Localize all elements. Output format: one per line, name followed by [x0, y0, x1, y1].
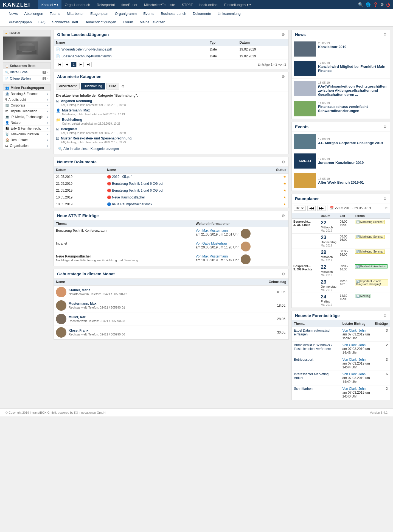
top-nav-item-einstellungen[interactable]: Einstellungen ▾ [221, 0, 254, 9]
forum-thema-2[interactable]: Anmeldebild in Windows 7 lässt sich nich… [292, 342, 340, 356]
search-icon[interactable]: 🔍 [358, 2, 363, 7]
neue-stp-gear[interactable]: ⚙ [282, 214, 285, 218]
stp-person-3[interactable]: Von Max Mustermann [196, 254, 228, 258]
nav-dokumente[interactable]: Dokumente [189, 9, 214, 18]
pg-arbeitsrecht[interactable]: §Arbeitsrecht » [3, 97, 50, 103]
top-nav-item-reise[interactable]: Reiseportal [93, 0, 118, 9]
tab-buero[interactable]: Büro [106, 83, 119, 89]
bday-name-1[interactable]: Krämer, Maria [69, 288, 90, 292]
nav-etagenplan[interactable]: Etagenplan [87, 9, 112, 18]
bday-name-2[interactable]: Mustermann, Max [69, 302, 96, 306]
forum-person-3[interactable]: Von Clark, John [343, 358, 366, 362]
neueste-dokumente-gear[interactable]: ⚙ [282, 160, 285, 164]
nav-news[interactable]: News [5, 9, 21, 18]
top-nav-item-mitarbeiter[interactable]: Mitarbeiter/Tel-Liste [141, 0, 178, 9]
help-icon[interactable]: ❓ [373, 2, 378, 7]
top-nav-item-beck[interactable]: beck-online [196, 0, 221, 9]
raumplaner-prev-btn[interactable]: ◀◀ [307, 206, 316, 211]
cat-tab-gear[interactable]: ⚙ [121, 84, 125, 88]
doc-name[interactable]: 🔴 Neue Raumpostfächer [105, 194, 253, 201]
forum-person-4[interactable]: Von Clark, John [343, 372, 366, 376]
forum-person-1[interactable]: Von Clark, John [343, 329, 366, 332]
top-nav-item-kanzlei[interactable]: Kanzlei ▾ [38, 0, 61, 9]
raumplaner-refresh-icon[interactable]: ↺ [385, 206, 388, 210]
doc-name[interactable]: 🔴 Benutzung Technik 1 und 6 OG.pdf [105, 180, 253, 187]
kanzlei-image[interactable] [3, 37, 50, 60]
cat-item-title-3[interactable]: Buchhaltung [62, 118, 120, 122]
power-icon[interactable]: ⏻ [386, 2, 390, 7]
row-name[interactable]: 📄Widerrufsbelehrung-Neukunde.pdf [54, 46, 208, 53]
pag-page-1[interactable]: 1 [71, 62, 77, 67]
forum-thema-4[interactable]: Interessanter Marketing Artikel [292, 371, 340, 385]
stp-person-2[interactable]: Von Gaby Musterfrau [196, 242, 227, 245]
nav-mitarbeiter[interactable]: Mitarbeiter [63, 9, 87, 18]
nav-abteilungen[interactable]: Abteilungen [21, 9, 47, 18]
nav-forum[interactable]: Forum [119, 18, 136, 26]
gear-icon[interactable]: ⚙ [380, 2, 384, 7]
bday-name-4[interactable]: Klose, Frank [69, 329, 88, 332]
forum-thema-1[interactable]: Excel Datum automatisch eintragen [292, 327, 340, 342]
pg-banking[interactable]: 🏦Banking & Finance » [3, 91, 50, 97]
forum-thema-5[interactable]: Schriftfarben [292, 385, 340, 400]
stp-person-1[interactable]: Von Max Mustermann [196, 229, 228, 233]
top-nav-item-time[interactable]: timeButler [118, 0, 141, 9]
nav-praxisgruppen[interactable]: Praxisgruppen [5, 18, 35, 26]
raumplaner-gear[interactable]: ⚙ [383, 197, 387, 201]
pg-dispute[interactable]: ⚖Dispute Resolution » [3, 108, 50, 114]
nav-schwarzes-brett[interactable]: Schwarzes Brett [49, 18, 82, 26]
event-title-1[interactable]: J.P. Morgan Corporate Challenge 2019 [318, 141, 383, 145]
news-title-1[interactable]: Kanzleitour 2019 [318, 45, 346, 49]
nav-linksammlung[interactable]: Linksammlung [214, 9, 244, 18]
pg-erb[interactable]: 👨‍👩‍👧Erb- & Familienrecht » [3, 126, 50, 131]
forum-thema-3[interactable]: Betriebssport [292, 356, 340, 371]
row-name[interactable]: 📄Spesenabrechnung-Kundentermin... [54, 53, 208, 60]
geburtstage-gear[interactable]: ⚙ [282, 272, 285, 276]
forum-gear[interactable]: ⚙ [383, 313, 387, 318]
event-title-3[interactable]: After Work Brunch 2019-01 [318, 180, 364, 184]
cat-item-title-1[interactable]: Angaben Rechnung [61, 99, 126, 103]
tab-buchhaltung[interactable]: Buchhaltung [81, 83, 105, 89]
news-title-2[interactable]: Kanzlei wird Mitglied bei Frankfurt Main… [318, 65, 388, 73]
doc-name[interactable]: 🔴 Benutzung Technik 1 und 6 OG.pdf [105, 187, 253, 194]
pg-notare[interactable]: 👤Notare » [3, 120, 50, 126]
pag-last[interactable]: ▶| [85, 62, 92, 67]
top-nav-item-stp[interactable]: STP/IT [178, 0, 196, 9]
nav-teams[interactable]: Teams [46, 9, 63, 18]
top-nav-item-orga[interactable]: Orga-Handbuch [61, 0, 94, 9]
pg-telekommunikation[interactable]: 📡Telekommunikation » [3, 131, 50, 137]
pg-real-estate[interactable]: 🏠Real Estate » [3, 137, 50, 143]
cat-item-title-2[interactable]: Mustermann, Max [62, 108, 125, 112]
events-gear[interactable]: ⚙ [383, 125, 387, 129]
lesebestatigungen-gear[interactable]: ⚙ [282, 32, 285, 37]
nav-meine-favoriten[interactable]: Meine Favoriten [136, 18, 169, 26]
sidebar-biete-suche[interactable]: 🔍 Biete/Suche 1 » [3, 69, 50, 75]
pag-next[interactable]: ▶ [78, 62, 84, 67]
news-title-3[interactable]: (Un-)Wirksamkeit von Rechtsgeschäften zw… [318, 84, 388, 97]
nav-benachrichtigungen[interactable]: Benachrichtigungen [82, 18, 120, 26]
news-title-4[interactable]: Finanzausschuss vereinfacht Schwarmfinan… [318, 105, 388, 113]
bday-name-3[interactable]: Müller, Karl [69, 315, 86, 319]
nav-organigramm[interactable]: Organigramm [112, 9, 140, 18]
sidebar-offene-stellen[interactable]: 📄 Offene Stellen 1 » [3, 75, 50, 82]
tab-arbeitsrecht[interactable]: Arbeitsrecht [56, 83, 80, 89]
nav-business-lunch[interactable]: Business-Lunch [158, 9, 190, 18]
cat-item-title-4[interactable]: Belegblatt [61, 127, 126, 131]
doc-name[interactable]: 🔴 2019 - 05.pdf [105, 173, 253, 180]
globe-icon[interactable]: 🌐 [366, 2, 371, 7]
forum-person-5[interactable]: Von Clark, John [343, 387, 366, 391]
raumplaner-today-btn[interactable]: Heute [294, 206, 306, 211]
cat-more-link[interactable]: 🔍 Alle Inhalte dieser Kategorie anzeigen [56, 146, 286, 152]
nav-faq[interactable]: FAQ [35, 18, 49, 26]
doc-name[interactable]: 🔵 neue Raumpostfächer.docx [105, 201, 253, 208]
pg-corporate[interactable]: 🏢Corporate » [3, 103, 50, 108]
raumplaner-next-btn[interactable]: ▶▶ [317, 206, 325, 211]
pag-first[interactable]: |◀ [56, 62, 63, 67]
pg-ip[interactable]: 💻IP, Media, Technologie » [3, 114, 50, 120]
nav-events[interactable]: Events [140, 9, 158, 18]
abonnierte-gear[interactable]: ⚙ [282, 74, 285, 79]
event-title-2[interactable]: Jurcareer Kanzleitour 2019 [318, 161, 364, 165]
pag-prev[interactable]: ◀ [64, 62, 70, 67]
forum-person-2[interactable]: Von Clark, John [343, 343, 366, 347]
news-gear[interactable]: ⚙ [383, 32, 387, 37]
cat-item-title-5[interactable]: Muster Reisekosten- und Spesenabrechnung [61, 136, 131, 140]
